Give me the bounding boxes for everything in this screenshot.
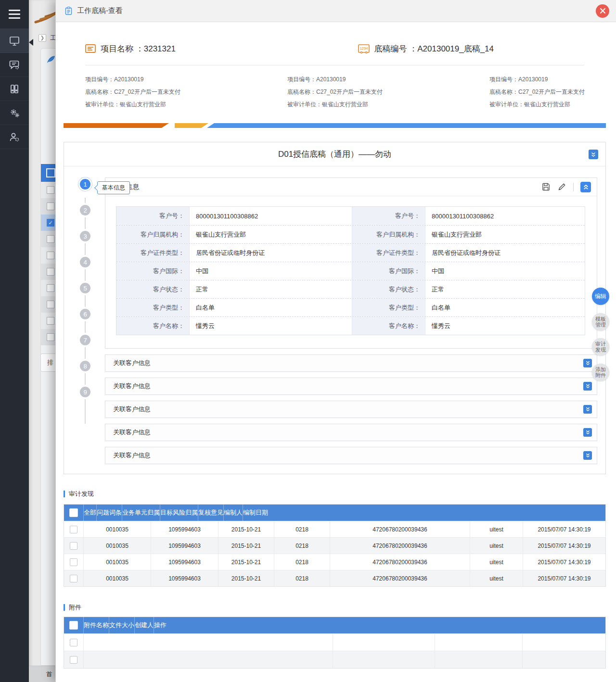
number-ticket-icon: 1234 [358,44,370,53]
sidebar-item-workspace[interactable] [0,29,29,53]
column-header[interactable]: 业务单元归属 [122,505,160,521]
bg-row-checkbox[interactable] [41,329,55,345]
background-app: ❯ 工 ✓ 排 首 [29,0,55,682]
related-customer-section[interactable]: 关联客户信息 [105,401,597,418]
select-all-checkbox[interactable] [69,508,78,517]
column-header[interactable]: 文件大小 [109,617,135,633]
column-header[interactable]: 创建人 [135,617,154,633]
column-header[interactable]: 编制日期 [243,505,268,521]
cell-risk: 0218 [274,554,330,570]
sidebar-item-user-admin[interactable] [0,125,29,149]
bg-row-checkbox[interactable] [41,313,55,329]
stepper-step[interactable]: 1 [78,177,92,191]
background-partial-button[interactable]: 排 [40,354,55,372]
stepper-step[interactable]: 4 [78,255,92,269]
save-icon[interactable] [541,182,551,191]
row-checkbox[interactable] [70,558,77,566]
field-label: 客户归属机构： [352,226,425,243]
stepper-step[interactable]: 8 [78,359,92,373]
attachments-section: 附件 附件名称文件大小创建人操作 [64,603,606,669]
expand-section-button[interactable] [583,382,592,391]
cell-all: 0010035 [84,570,151,586]
row-checkbox[interactable] [70,526,77,533]
bg-row-checkbox[interactable] [41,198,55,215]
floating-action-button[interactable]: 添加附件 [592,364,609,381]
expand-section-button[interactable] [583,359,592,367]
stepper-step[interactable]: 3 [78,229,92,243]
project-no-line: 项目编号：A20130019 [489,73,585,86]
column-header[interactable]: 问题词条 [97,505,122,521]
stepper-step[interactable]: 5 [78,281,92,295]
bg-row-checkbox[interactable] [41,247,55,264]
edit-pencil-icon[interactable] [557,182,566,191]
cell-all: 0010035 [84,521,151,537]
sidebar-item-archives[interactable] [0,77,29,101]
field-label: 客户状态： [352,280,425,298]
field-value: 800001301100308862 [190,207,352,225]
row-checkbox[interactable] [70,575,77,582]
bg-table-header [41,164,55,182]
related-section-label: 关联客户信息 [113,382,583,391]
sidebar-item-settings[interactable] [0,101,29,125]
bg-row-checkbox[interactable] [41,296,55,313]
column-header[interactable]: 全部 [84,505,97,521]
row-checkbox[interactable] [70,639,77,646]
table-row [64,633,605,651]
gears-icon [9,107,20,119]
related-customer-section[interactable]: 关联客户信息 [105,447,597,464]
related-customer-section[interactable]: 关联客户信息 [105,354,597,372]
row-checkbox[interactable] [70,542,77,550]
sidebar-item-messages[interactable] [0,53,29,77]
related-customer-section[interactable]: 关联客户信息 [105,424,597,441]
column-header[interactable]: 目标风险归属 [160,505,198,521]
stepper-step[interactable]: 7 [78,333,92,347]
form-row: 客户状态： 正常 客户状态： 正常 [116,280,585,298]
background-pagination[interactable]: 首 [29,666,55,682]
d01-title: D01授信底稿（通用）——勿动 [278,149,391,160]
close-icon[interactable] [596,4,609,18]
field-value: 银雀山支行营业部 [190,226,352,243]
draft-name-line: 底稿名称：C27_02开户后一直未支付 [489,86,585,98]
floating-action-button[interactable]: 模板管理 [592,313,609,330]
expand-section-button[interactable] [583,428,592,437]
hamburger-menu-icon[interactable] [0,0,29,29]
column-header[interactable]: 复核意见 [198,505,224,521]
field-value: 懂秀云 [190,317,352,335]
stepper-step[interactable]: 6 [78,307,92,321]
expand-section-button[interactable] [583,405,592,414]
floating-action-button[interactable]: 编辑 [592,288,609,305]
stepper-step[interactable]: 9 [78,385,92,399]
floating-action-button[interactable]: 审计发现 [592,338,609,355]
row-checkbox[interactable] [70,656,77,664]
d01-collapse-button[interactable] [589,150,598,159]
draft-name-line: 底稿名称：C27_02开户后一直未支付 [85,86,287,98]
double-chevron-down-icon [586,361,590,366]
bg-row-checkbox-checked[interactable]: ✓ [41,215,55,231]
bg-row-checkbox[interactable] [41,182,55,198]
cell-review: 47206780200039436 [330,538,470,554]
bg-row-checkbox[interactable] [41,280,55,296]
cell-name [84,634,333,651]
modal-body: 项目名称 ：3231321 1234 底稿编号 ：A20130019_底稿_14… [56,22,616,682]
cell-unit: 2015-10-21 [218,554,274,570]
cell-risk: 0218 [274,521,330,537]
select-all-checkbox[interactable] [69,621,78,630]
bg-row-checkbox[interactable] [41,264,55,280]
doc-info-grid: 项目编号：A20130019 底稿名称：C27_02开户后一直未支付 被审计单位… [85,65,584,117]
expand-section-button[interactable] [583,451,592,460]
d01-panel-body: 123456789 基本信息 基本信息 [64,166,605,474]
related-customer-section[interactable]: 关联客户信息 [105,378,597,395]
modal-header: 工作底稿-查看 [56,0,616,22]
column-header[interactable]: 附件名称 [84,617,109,633]
basic-info-collapse-button[interactable] [580,182,591,192]
column-header[interactable]: 编制人 [224,505,243,521]
cell-creator [435,634,523,651]
field-label: 客户号： [116,207,190,225]
breadcrumb-expand-icon[interactable]: ❯ [38,34,46,42]
bg-row-checkbox[interactable] [41,231,55,247]
select-all-checkbox[interactable] [46,168,55,177]
stepper-step[interactable]: 2 [78,203,92,217]
cell-date: 2015/07/07 14:30:19 [523,554,605,570]
field-label: 客户归属机构： [116,226,190,243]
column-header[interactable]: 操作 [154,617,167,633]
